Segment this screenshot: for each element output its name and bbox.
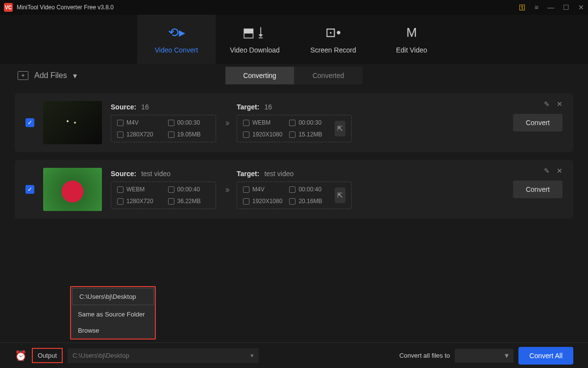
app-title: MiniTool Video Converter Free v3.8.0 [17, 4, 114, 11]
target-settings-button[interactable]: ⇱ [335, 187, 345, 203]
nav-video-download[interactable]: ⬒⭳ Video Download [216, 15, 294, 64]
size-icon [289, 198, 295, 205]
target-format: M4V [252, 186, 265, 193]
output-label: Output [32, 348, 63, 363]
resolution-icon [243, 198, 249, 205]
duration-icon [168, 120, 174, 126]
resolution-icon [243, 131, 249, 138]
source-name: test video [141, 170, 171, 178]
convert-icon: ⟲▸ [168, 25, 185, 40]
bottom-bar: ⏰ Output C:\Users\bj\Desktop ▾ Convert a… [0, 342, 588, 368]
remove-icon[interactable]: ✕ [557, 100, 563, 108]
key-icon[interactable]: ⚿ [519, 3, 526, 11]
source-label: Source: [111, 170, 136, 178]
source-size: 19.05MB [177, 131, 201, 138]
status-tabs: Converting Converted [225, 67, 363, 84]
convert-all-button[interactable]: Convert All [518, 347, 573, 365]
convert-to-label: Convert all files to [399, 352, 450, 359]
chevron-down-icon: ▾ [73, 71, 77, 80]
source-res: 1280X720 [126, 198, 153, 205]
dropdown-item-browse[interactable]: Browse [71, 322, 155, 339]
target-header: Target: test video [237, 170, 352, 178]
target-duration: 00:00:30 [298, 119, 321, 126]
target-column: Target: 16 WEBM 00:00:30 1920X1080 15.12… [237, 103, 352, 142]
convert-button[interactable]: Convert [513, 114, 563, 131]
source-label: Source: [111, 103, 136, 111]
target-name: test video [264, 170, 294, 178]
format-icon [243, 120, 249, 126]
target-format: WEBM [252, 119, 270, 126]
size-icon [289, 131, 295, 138]
source-format: WEBM [126, 186, 145, 193]
add-files-label: Add Files [34, 71, 67, 80]
nav-label: Edit Video [396, 46, 427, 54]
top-nav: ⟲▸ Video Convert ⬒⭳ Video Download ⊡• Sc… [0, 15, 588, 64]
minimize-icon[interactable]: — [547, 3, 554, 11]
close-icon[interactable]: ✕ [578, 3, 584, 11]
resolution-icon [117, 198, 123, 205]
file-row: ✓ Source: test video WEBM 00:00:40 1280X… [15, 160, 573, 219]
source-format: M4V [126, 119, 139, 126]
dropdown-item-same-folder[interactable]: Same as Source Folder [71, 306, 155, 322]
titlebar-left: VC MiniTool Video Converter Free v3.8.0 [4, 3, 114, 12]
remove-icon[interactable]: ✕ [557, 167, 563, 175]
nav-edit-video[interactable]: M Edit Video [372, 15, 451, 64]
file-list: ✓ Source: 16 M4V 00:00:30 1280X720 19.05… [0, 87, 588, 225]
source-duration: 00:00:40 [177, 186, 200, 193]
source-header: Source: 16 [111, 103, 216, 111]
titlebar: VC MiniTool Video Converter Free v3.8.0 … [0, 0, 588, 15]
thumbnail [43, 101, 102, 144]
target-duration: 00:00:40 [298, 186, 321, 193]
nav-label: Screen Record [310, 46, 356, 54]
nav-video-convert[interactable]: ⟲▸ Video Convert [137, 15, 216, 64]
target-info: WEBM 00:00:30 1920X1080 15.12MB ⇱ [237, 115, 352, 142]
target-size: 20.16MB [298, 198, 322, 205]
edit-icon[interactable]: ✎ [544, 100, 550, 108]
titlebar-controls: ⚿ ≡ — ☐ ✕ [519, 3, 584, 11]
format-icon [117, 186, 123, 193]
convert-format-select[interactable]: ▾ [455, 349, 514, 363]
output-path-value: C:\Users\bj\Desktop [73, 352, 129, 359]
chevron-down-icon: ▾ [505, 351, 509, 360]
source-header: Source: test video [111, 170, 216, 178]
sub-toolbar: + Add Files ▾ Converting Converted [0, 64, 588, 87]
add-files-icon: + [18, 71, 28, 80]
tab-converted[interactable]: Converted [294, 67, 363, 84]
target-settings-button[interactable]: ⇱ [335, 121, 345, 136]
row-checkbox[interactable]: ✓ [25, 185, 34, 194]
target-name: 16 [264, 103, 272, 111]
source-duration: 00:00:30 [177, 119, 200, 126]
format-icon [243, 186, 249, 193]
source-size: 36.22MB [177, 198, 201, 205]
thumbnail [43, 168, 102, 211]
add-files-button[interactable]: + Add Files ▾ [18, 71, 77, 80]
menu-icon[interactable]: ≡ [535, 3, 539, 11]
row-checkbox[interactable]: ✓ [25, 118, 34, 127]
arrows-icon: ››› [225, 184, 228, 195]
size-icon [168, 131, 174, 138]
format-icon [117, 120, 123, 126]
row-actions: ✎ ✕ [544, 100, 563, 108]
nav-label: Video Download [230, 46, 280, 54]
clock-icon[interactable]: ⏰ [15, 350, 27, 362]
duration-icon [168, 186, 174, 193]
source-name: 16 [141, 103, 149, 111]
output-path-select[interactable]: C:\Users\bj\Desktop ▾ [68, 348, 259, 363]
maximize-icon[interactable]: ☐ [563, 3, 569, 11]
size-icon [168, 198, 174, 205]
tab-converting[interactable]: Converting [225, 67, 294, 84]
target-res: 1920X1080 [252, 131, 282, 138]
nav-label: Video Convert [155, 46, 198, 54]
convert-button[interactable]: Convert [513, 181, 563, 198]
edit-icon[interactable]: ✎ [544, 167, 550, 175]
source-info: M4V 00:00:30 1280X720 19.05MB [111, 115, 216, 142]
duration-icon [289, 120, 295, 126]
dropdown-item-path[interactable]: C:\Users\bj\Desktop [72, 288, 154, 305]
row-actions: ✎ ✕ [544, 167, 563, 175]
nav-screen-record[interactable]: ⊡• Screen Record [294, 15, 372, 64]
target-res: 1920X1080 [252, 198, 282, 205]
target-info: M4V 00:00:40 1920X1080 20.16MB ⇱ [237, 182, 352, 209]
record-icon: ⊡• [325, 25, 341, 40]
file-row: ✓ Source: 16 M4V 00:00:30 1280X720 19.05… [15, 93, 573, 152]
app-logo-icon: VC [4, 3, 13, 12]
